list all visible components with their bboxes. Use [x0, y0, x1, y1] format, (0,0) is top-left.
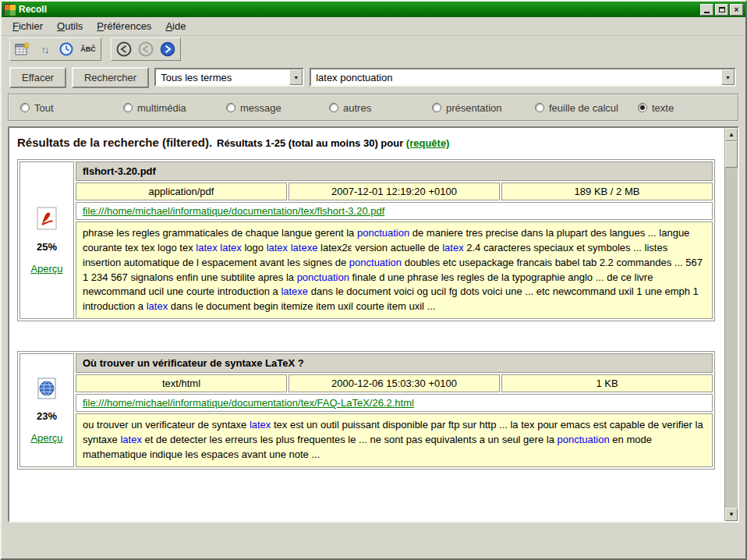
forward-arrow-icon — [159, 41, 176, 58]
filter-message[interactable]: message — [226, 102, 329, 114]
scroll-up-button[interactable]: ▲ — [725, 128, 738, 141]
toolbar-group-tools: ↑↓ ÂBĈ — [9, 37, 101, 61]
minimize-icon — [704, 12, 710, 13]
results-title: Résultats de la recherche (filtered). — [17, 136, 212, 149]
search-input[interactable] — [311, 69, 721, 85]
query-history-dropdown-button[interactable]: ▼ — [721, 69, 735, 85]
window-title: Recoll — [19, 4, 696, 15]
result-item: 23% Aperçu Où trouver un vérificateur de… — [17, 351, 715, 470]
back-arrow-icon — [115, 41, 133, 58]
prev-page-disabled-button[interactable] — [136, 40, 156, 58]
result-title: flshort-3.20.pdf — [76, 161, 713, 181]
spellcheck-abc-icon: ÂBĈ — [80, 45, 96, 53]
tool-bar: ↑↓ ÂBĈ — [2, 36, 745, 62]
result-mimetype: application/pdf — [76, 183, 287, 200]
scrollbar-thumb[interactable] — [725, 141, 738, 168]
window-controls: × — [700, 4, 743, 16]
relevance-percent: 23% — [37, 410, 57, 422]
pdf-icon — [35, 206, 58, 231]
radio-checked-icon — [638, 103, 647, 112]
scrollbar-trough[interactable] — [725, 168, 738, 508]
clear-search-button[interactable] — [12, 40, 33, 58]
close-button[interactable]: × — [730, 4, 743, 16]
filter-tout[interactable]: Tout — [20, 102, 123, 114]
close-icon: × — [735, 5, 739, 14]
search-button[interactable]: Rechercher — [72, 67, 149, 88]
clear-button[interactable]: Effacer — [9, 67, 66, 88]
scroll-down-icon: ▼ — [728, 512, 735, 518]
result-mimetype: text/html — [76, 374, 287, 392]
search-mode-value: Tous les termes — [156, 69, 289, 85]
result-abstract: ou trouver un verificateur de syntaxe la… — [76, 413, 713, 467]
results-header: Résultats de la recherche (filtered).Rés… — [17, 136, 715, 150]
scroll-up-icon: ▲ — [728, 132, 735, 138]
status-bar — [2, 523, 745, 558]
next-page-button[interactable] — [158, 40, 178, 58]
result-item: 25% Aperçu flshort-3.20.pdf application/… — [17, 159, 715, 321]
filter-texte[interactable]: texte — [638, 102, 674, 114]
query-combo[interactable]: ▼ — [310, 68, 736, 87]
radio-icon — [123, 103, 133, 112]
title-bar[interactable]: Recoll × — [2, 2, 745, 17]
preview-link[interactable]: Aperçu — [30, 263, 62, 275]
result-side-panel: 23% Aperçu — [19, 353, 74, 467]
recoll-logo-icon — [4, 4, 15, 15]
search-mode-select[interactable]: Tous les termes ▼ — [154, 68, 304, 87]
search-mode-dropdown-button[interactable]: ▼ — [289, 69, 303, 85]
menu-outils[interactable]: Outils — [51, 18, 89, 34]
results-subtitle: Résultats 1-25 (total au moins 30) pour … — [217, 137, 449, 149]
table-clear-icon — [14, 41, 31, 58]
app-window: Recoll × Fichier Outils Préférences Aide — [0, 0, 747, 560]
result-date: 2000-12-06 15:03:30 +0100 — [289, 374, 500, 392]
search-row: Effacer Rechercher Tous les termes ▼ ▼ — [2, 62, 745, 92]
html-globe-icon — [35, 377, 58, 400]
filter-presentation[interactable]: présentation — [432, 102, 535, 114]
radio-icon — [226, 103, 235, 112]
radio-icon — [20, 103, 30, 112]
chevron-down-icon: ▼ — [293, 75, 299, 80]
radio-icon — [329, 103, 338, 112]
results-list: Résultats de la recherche (filtered).Rés… — [9, 128, 724, 521]
result-size: 189 KB / 2 MB — [501, 183, 713, 200]
back-arrow-disabled-icon — [137, 41, 154, 58]
result-url-link[interactable]: file:///home/michael/informatique/docume… — [83, 205, 384, 217]
scroll-down-button[interactable]: ▼ — [725, 508, 738, 521]
radio-icon — [535, 103, 544, 112]
chevron-down-icon: ▼ — [725, 75, 731, 80]
result-table: flshort-3.20.pdf application/pdf 2007-12… — [76, 161, 713, 319]
radio-icon — [432, 103, 441, 112]
menu-fichier[interactable]: Fichier — [6, 18, 49, 34]
relevance-percent: 25% — [37, 241, 57, 253]
clock-icon — [58, 41, 74, 57]
menu-bar: Fichier Outils Préférences Aide — [2, 17, 745, 36]
sort-by-date-button[interactable]: ↑↓ — [34, 40, 55, 58]
result-abstract: phrase les regles grammaticales de chaqu… — [76, 222, 713, 319]
result-side-panel: 25% Aperçu — [19, 161, 74, 319]
menu-preferences[interactable]: Préférences — [90, 18, 158, 34]
result-table: Où trouver un vérificateur de syntaxe La… — [76, 353, 713, 467]
query-link[interactable]: (requête) — [406, 137, 450, 149]
menu-aide[interactable]: Aide — [159, 18, 192, 34]
sort-arrows-icon: ↑↓ — [41, 44, 48, 55]
term-explorer-button[interactable]: ÂBĈ — [78, 40, 98, 58]
result-url-link[interactable]: file:///home/michael/informatique/docume… — [83, 397, 414, 409]
filter-multimedia[interactable]: multimédia — [123, 102, 226, 114]
maximize-icon — [719, 7, 725, 12]
filter-autres[interactable]: autres — [329, 102, 432, 114]
result-spacer — [16, 321, 717, 351]
history-button[interactable] — [56, 40, 76, 58]
result-size: 1 KB — [501, 374, 713, 392]
result-date: 2007-12-01 12:19:20 +0100 — [289, 183, 500, 200]
minimize-button[interactable] — [700, 4, 713, 16]
results-area: Résultats de la recherche (filtered).Rés… — [8, 126, 739, 523]
result-title: Où trouver un vérificateur de syntaxe La… — [76, 353, 713, 373]
maximize-button[interactable] — [715, 4, 728, 16]
results-scrollbar[interactable]: ▲ ▼ — [724, 128, 738, 521]
filetype-filter-bar: Tout multimédia message autres présentat… — [8, 94, 739, 122]
prev-page-button[interactable] — [114, 40, 134, 58]
filter-feuille-de-calcul[interactable]: feuille de calcul — [535, 102, 638, 114]
toolbar-group-navigation — [111, 37, 181, 61]
preview-link[interactable]: Aperçu — [30, 432, 62, 444]
